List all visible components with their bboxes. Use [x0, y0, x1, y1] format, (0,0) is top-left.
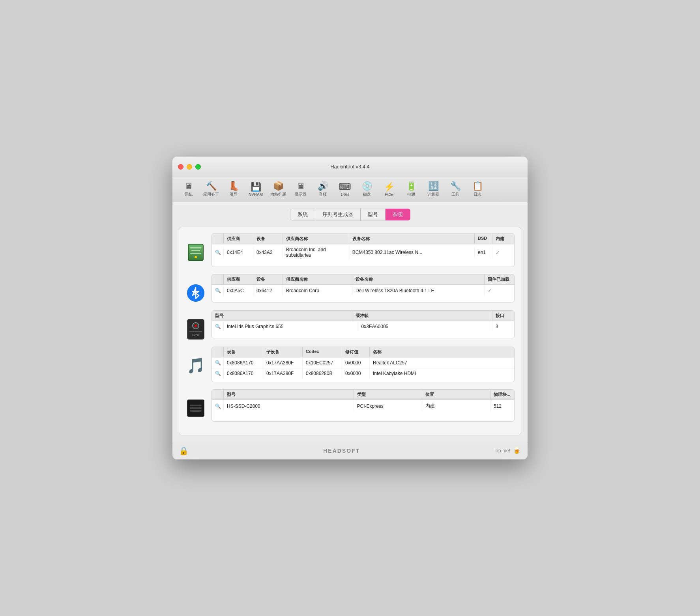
wifi-header-device: 设备	[253, 234, 283, 244]
gpu-header-buffer: 缓冲帧	[352, 311, 493, 321]
calculator-label: 计算器	[427, 192, 439, 197]
tools-icon: 🔧	[450, 182, 461, 190]
pcie-label: PCIe	[385, 192, 393, 197]
gpu-table-header: 型号 缓冲帧 接口	[212, 311, 514, 321]
toolbar-patch[interactable]: 🔨 应用补丁	[200, 180, 222, 199]
audio-revision-0: 0x0000	[342, 358, 370, 368]
toolbar-log[interactable]: 📋 日志	[467, 180, 488, 199]
bluetooth-section: 供应商 设备 供应商名称 设备名称 固件已加载 🔍 0x0A5C 0x6412 …	[185, 274, 515, 303]
kext-icon: 📦	[273, 182, 284, 190]
titlebar: Hackintool v3.4.4	[172, 157, 528, 177]
audio-search-icon-1[interactable]: 🔍	[212, 368, 224, 379]
wifi-search-icon[interactable]: 🔍	[212, 247, 224, 258]
content-area: 系统 序列号生成器 型号 杂项	[172, 202, 528, 442]
audio-device-0: 0x8086A170	[224, 358, 263, 368]
tab-misc[interactable]: 杂项	[386, 209, 410, 220]
system-icon: 🖥	[184, 182, 193, 190]
ssd-empty-row	[212, 412, 514, 421]
gpu-search-icon[interactable]: 🔍	[212, 321, 224, 332]
footer: 🔒 HEADSOFT Tip me! 🍺	[172, 442, 528, 459]
tab-system[interactable]: 系统	[290, 209, 315, 220]
pcie-icon: ⚡	[384, 183, 395, 191]
audio-header-search	[212, 347, 224, 357]
ssd-header-type: 类型	[354, 390, 422, 399]
wifi-header-devicename: 设备名称	[349, 234, 475, 244]
gpu-interface: 3	[492, 321, 514, 332]
bt-vendor: 0x0A5C	[224, 286, 253, 296]
gpu-header-interface: 接口	[492, 311, 514, 321]
log-label: 日志	[474, 192, 481, 197]
wifi-icon-container	[185, 242, 206, 263]
close-button[interactable]	[178, 164, 183, 170]
toolbar: 🖥 系统 🔨 应用补丁 👢 引导 💾 NVRAM 📦 内核扩展 🖥 显示器 🔊 …	[172, 177, 528, 202]
ssd-header-model: 型号	[224, 390, 354, 399]
fullscreen-button[interactable]	[195, 164, 201, 170]
toolbar-display[interactable]: 🖥 显示器	[290, 180, 311, 199]
power-icon: 🔋	[406, 182, 417, 190]
main-panel: 供应商 设备 供应商名称 设备名称 BSD 内建 🔍 0x14E4 0x43A3…	[179, 227, 521, 435]
wifi-devicename: BCM4350 802.11ac Wireless N...	[349, 247, 475, 258]
ssd-table: 型号 类型 位置 物理块... 🔍 HS-SSD-C2000 PCI-Expre…	[211, 389, 515, 422]
window-title: Hackintool v3.4.4	[330, 164, 370, 170]
toolbar-calculator[interactable]: 🔢 计算器	[423, 180, 444, 199]
tools-label: 工具	[451, 192, 459, 197]
toolbar-nvram[interactable]: 💾 NVRAM	[245, 181, 266, 198]
tab-bar: 系统 序列号生成器 型号 杂项	[179, 209, 521, 220]
audio-name-1: Intel Kabylake HDMI	[370, 368, 514, 379]
toolbar-kext[interactable]: 📦 内核扩展	[267, 180, 289, 199]
minimize-button[interactable]	[187, 164, 192, 170]
tab-serial[interactable]: 序列号生成器	[315, 209, 361, 220]
audio-icon: 🔊	[318, 182, 328, 190]
wifi-header-builtin: 内建	[492, 234, 514, 244]
bluetooth-icon-container	[185, 283, 206, 303]
gpu-icon-container: GPU	[185, 319, 206, 340]
log-icon: 📋	[472, 182, 483, 190]
ssd-header-location: 位置	[422, 390, 490, 399]
usb-label: USB	[341, 192, 349, 197]
toolbar-disk[interactable]: 💿 磁盘	[356, 180, 378, 199]
audio-section: 🎵 设备 子设备 Codec 修订值 名称 🔍 0x8086A170 0x1	[185, 347, 515, 382]
disk-icon: 💿	[362, 182, 372, 190]
toolbar-pcie[interactable]: ⚡ PCIe	[378, 181, 400, 198]
nvram-label: NVRAM	[249, 192, 263, 197]
bt-header-device: 设备	[253, 274, 283, 284]
footer-beer-icon: 🍺	[513, 446, 521, 455]
toolbar-power[interactable]: 🔋 电源	[401, 180, 422, 199]
toolbar-tools[interactable]: 🔧 工具	[445, 180, 466, 199]
ssd-icon-container	[185, 398, 206, 418]
gpu-model: Intel Iris Plus Graphics 655	[224, 321, 358, 332]
audio-header-codec: Codec	[303, 347, 342, 357]
toolbar-usb[interactable]: ⌨ USB	[334, 181, 356, 198]
audio-table: 设备 子设备 Codec 修订值 名称 🔍 0x8086A170 0x17AA3…	[211, 347, 515, 382]
toolbar-audio[interactable]: 🔊 音频	[312, 180, 333, 199]
wifi-header-vendorname: 供应商名称	[283, 234, 349, 244]
audio-codec-0: 0x10EC0257	[303, 358, 342, 368]
wifi-table-header: 供应商 设备 供应商名称 设备名称 BSD 内建	[212, 234, 514, 244]
boot-label: 引导	[230, 192, 238, 197]
toolbar-system[interactable]: 🖥 系统	[178, 180, 199, 199]
ssd-search-icon[interactable]: 🔍	[212, 401, 224, 411]
patch-label: 应用补丁	[203, 192, 219, 197]
ssd-row-0: 🔍 HS-SSD-C2000 PCI-Express 内建 512	[212, 400, 514, 412]
bt-firmware: ✓	[485, 285, 514, 296]
footer-tip-label: Tip me!	[494, 448, 510, 454]
bt-row-0: 🔍 0x0A5C 0x6412 Broadcom Corp Dell Wirel…	[212, 285, 514, 296]
wifi-row-0: 🔍 0x14E4 0x43A3 Broadcom Inc. and subsid…	[212, 244, 514, 260]
bt-header-search	[212, 274, 224, 284]
bluetooth-table: 供应商 设备 供应商名称 设备名称 固件已加载 🔍 0x0A5C 0x6412 …	[211, 274, 515, 302]
usb-icon: ⌨	[339, 183, 351, 191]
bt-vendorname: Broadcom Corp	[283, 286, 352, 296]
tab-model[interactable]: 型号	[361, 209, 386, 220]
wifi-header-search	[212, 234, 224, 244]
bt-search-icon[interactable]: 🔍	[212, 286, 224, 296]
toolbar-boot[interactable]: 👢 引导	[223, 180, 244, 199]
audio-header-name: 名称	[370, 347, 514, 357]
ssd-table-header: 型号 类型 位置 物理块...	[212, 390, 514, 400]
bluetooth-icon	[187, 284, 204, 302]
kext-label: 内核扩展	[270, 192, 286, 197]
audio-subdevice-1: 0x17AA380F	[263, 368, 303, 379]
bt-header-devicename: 设备名称	[352, 274, 485, 284]
ssd-header-size: 物理块...	[490, 390, 514, 399]
audio-search-icon-0[interactable]: 🔍	[212, 358, 224, 368]
wifi-header-vendor: 供应商	[224, 234, 253, 244]
